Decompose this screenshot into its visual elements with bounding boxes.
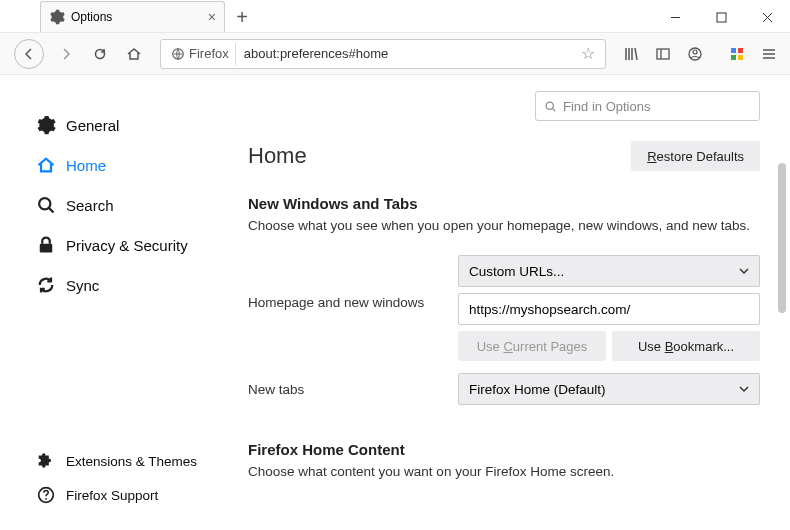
svg-rect-5 xyxy=(657,49,669,59)
select-value: Custom URLs... xyxy=(469,264,564,279)
section-title: New Windows and Tabs xyxy=(248,195,760,212)
sidebar-item-label: Privacy & Security xyxy=(66,237,188,254)
search-placeholder: Find in Options xyxy=(563,99,650,114)
new-tab-button[interactable]: + xyxy=(229,4,255,30)
svg-point-16 xyxy=(39,198,50,209)
question-icon xyxy=(36,485,56,505)
select-value: Firefox Home (Default) xyxy=(469,382,606,397)
sidebar-item-label: Extensions & Themes xyxy=(66,454,197,469)
search-icon xyxy=(544,100,557,113)
section-description: Choose what content you want on your Fir… xyxy=(248,464,760,479)
extension-button[interactable] xyxy=(722,39,752,69)
sidebar-item-home[interactable]: Home xyxy=(36,145,220,185)
sidebar-item-label: Sync xyxy=(66,277,99,294)
scrollbar[interactable] xyxy=(778,163,786,313)
sidebar-item-label: Firefox Support xyxy=(66,488,158,503)
library-button[interactable] xyxy=(616,39,646,69)
sidebar-item-label: Search xyxy=(66,197,114,214)
forward-button[interactable] xyxy=(50,38,82,70)
section-description: Choose what you see when you open your h… xyxy=(248,218,760,233)
search-input[interactable]: Find in Options xyxy=(535,91,760,121)
sidebar-item-support[interactable]: Firefox Support xyxy=(36,478,220,512)
sidebar-item-label: Home xyxy=(66,157,106,174)
title-bar: Options × + xyxy=(0,0,790,33)
identity-box[interactable]: Firefox xyxy=(165,43,236,65)
identity-label: Firefox xyxy=(189,46,229,61)
sidebar-item-sync[interactable]: Sync xyxy=(36,265,220,305)
use-current-pages-button[interactable]: Use Current Pages xyxy=(458,331,606,361)
tab-title: Options xyxy=(71,10,112,24)
search-icon xyxy=(36,195,56,215)
svg-rect-18 xyxy=(40,244,53,253)
menu-button[interactable] xyxy=(754,39,784,69)
svg-point-21 xyxy=(546,102,553,109)
sidebar-item-extensions[interactable]: Extensions & Themes xyxy=(36,444,220,478)
svg-rect-9 xyxy=(731,48,736,53)
browser-tab[interactable]: Options × xyxy=(40,1,225,32)
minimize-button[interactable] xyxy=(652,2,698,32)
url-text: about:preferences#home xyxy=(236,46,575,61)
gear-icon xyxy=(36,115,56,135)
svg-point-20 xyxy=(45,498,47,500)
close-icon[interactable]: × xyxy=(208,9,216,25)
sidebar-item-search[interactable]: Search xyxy=(36,185,220,225)
newtabs-label: New tabs xyxy=(248,382,458,397)
svg-rect-1 xyxy=(717,13,726,22)
account-button[interactable] xyxy=(680,39,710,69)
puzzle-icon xyxy=(36,451,56,471)
restore-defaults-button[interactable]: Restore Defaults xyxy=(631,141,760,171)
sidebar: General Home Search Privacy & Security S… xyxy=(0,75,220,530)
main-panel: Find in Options Home Restore Defaults Ne… xyxy=(220,75,790,530)
reload-button[interactable] xyxy=(84,38,116,70)
chevron-down-icon xyxy=(739,264,749,279)
homepage-url-input[interactable]: https://myshopsearch.com/ xyxy=(458,293,760,325)
svg-rect-12 xyxy=(738,55,743,60)
close-window-button[interactable] xyxy=(744,2,790,32)
page-title: Home xyxy=(248,143,307,169)
section-title: Firefox Home Content xyxy=(248,441,760,458)
sidebar-item-privacy[interactable]: Privacy & Security xyxy=(36,225,220,265)
gear-icon xyxy=(49,9,65,25)
window-controls xyxy=(652,2,790,32)
home-button[interactable] xyxy=(118,38,150,70)
sidebar-button[interactable] xyxy=(648,39,678,69)
sidebar-item-general[interactable]: General xyxy=(36,105,220,145)
newtabs-select[interactable]: Firefox Home (Default) xyxy=(458,373,760,405)
input-value: https://myshopsearch.com/ xyxy=(469,302,630,317)
svg-point-8 xyxy=(693,50,697,54)
svg-line-22 xyxy=(553,108,556,111)
svg-rect-10 xyxy=(738,48,743,53)
address-bar[interactable]: Firefox about:preferences#home ☆ xyxy=(160,39,606,69)
use-bookmark-button[interactable]: Use Bookmark... xyxy=(612,331,760,361)
svg-rect-11 xyxy=(731,55,736,60)
firefox-icon xyxy=(171,47,185,61)
lock-icon xyxy=(36,235,56,255)
back-button[interactable] xyxy=(14,39,44,69)
svg-line-17 xyxy=(49,208,53,212)
toolbar: Firefox about:preferences#home ☆ xyxy=(0,33,790,75)
homepage-label: Homepage and new windows xyxy=(248,255,458,310)
chevron-down-icon xyxy=(739,382,749,397)
sidebar-item-label: General xyxy=(66,117,119,134)
bookmark-star-icon[interactable]: ☆ xyxy=(575,44,601,63)
homepage-mode-select[interactable]: Custom URLs... xyxy=(458,255,760,287)
sync-icon xyxy=(36,275,56,295)
home-icon xyxy=(36,155,56,175)
maximize-button[interactable] xyxy=(698,2,744,32)
content-area: General Home Search Privacy & Security S… xyxy=(0,75,790,530)
